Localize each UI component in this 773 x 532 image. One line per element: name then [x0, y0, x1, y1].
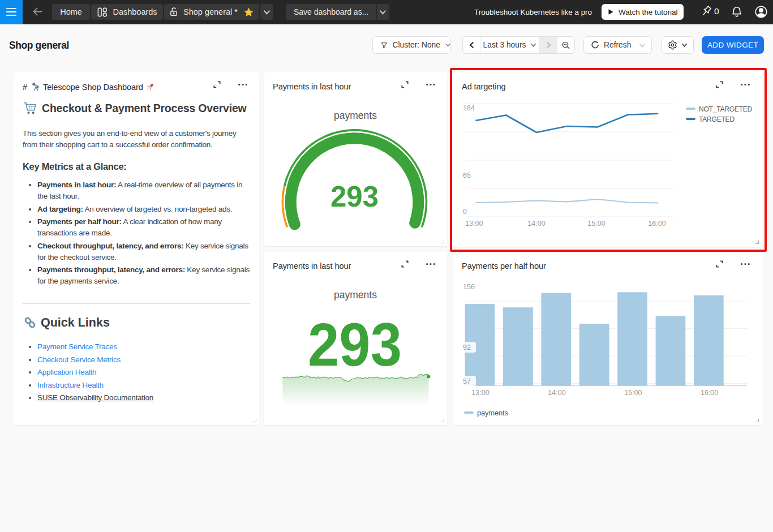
svg-text:14:00: 14:00: [527, 220, 545, 228]
svg-text:13:00: 13:00: [465, 220, 483, 228]
svg-text:293: 293: [330, 181, 379, 213]
svg-text:16:00: 16:00: [648, 220, 665, 228]
svg-text:184: 184: [463, 104, 475, 112]
svg-text:156: 156: [463, 283, 475, 291]
svg-text:65: 65: [463, 171, 471, 179]
svg-text:0: 0: [463, 208, 467, 216]
svg-text:293: 293: [308, 311, 402, 379]
svg-text:14:00: 14:00: [548, 389, 565, 397]
svg-text:16:00: 16:00: [701, 389, 718, 397]
svg-text:13:00: 13:00: [471, 389, 489, 397]
svg-text:15:00: 15:00: [587, 220, 605, 228]
svg-text:15:00: 15:00: [624, 389, 642, 397]
svg-text:92: 92: [463, 344, 471, 351]
svg-text:57: 57: [463, 377, 471, 385]
